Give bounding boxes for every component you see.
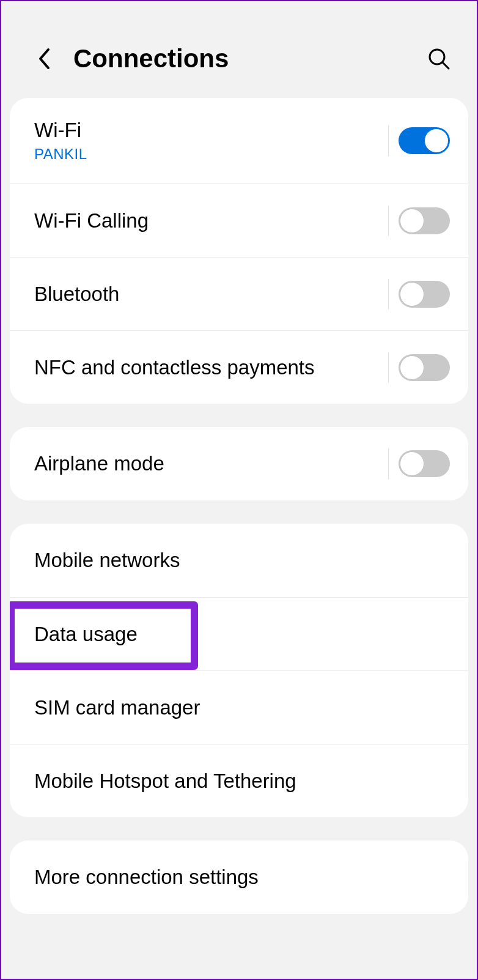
row-mobile-hotspot[interactable]: Mobile Hotspot and Tethering (10, 744, 468, 817)
row-subtitle: PANKIL (34, 146, 388, 163)
row-title: Mobile Hotspot and Tethering (34, 770, 450, 793)
row-wifi-calling[interactable]: Wi-Fi Calling (10, 184, 468, 257)
row-title: NFC and contactless payments (34, 356, 388, 379)
row-wifi[interactable]: Wi-Fi PANKIL (10, 98, 468, 184)
vertical-divider (388, 279, 389, 310)
row-title: Wi-Fi (34, 119, 388, 142)
settings-group: Wi-Fi PANKIL Wi-Fi Calling Bluetooth NFC… (10, 98, 468, 404)
row-bluetooth[interactable]: Bluetooth (10, 257, 468, 330)
search-button[interactable] (425, 45, 452, 72)
airplane-mode-toggle[interactable] (399, 450, 450, 477)
row-title: Bluetooth (34, 283, 388, 306)
row-airplane-mode[interactable]: Airplane mode (10, 427, 468, 500)
row-title: Mobile networks (34, 549, 450, 572)
row-sim-card-manager[interactable]: SIM card manager (10, 670, 468, 744)
row-more-connection-settings[interactable]: More connection settings (10, 841, 468, 914)
wifi-calling-toggle[interactable] (399, 207, 450, 234)
row-title: SIM card manager (34, 696, 450, 719)
search-icon (427, 46, 451, 71)
chevron-left-icon (37, 48, 51, 70)
header: Connections (1, 1, 477, 98)
back-button[interactable] (32, 46, 56, 71)
row-title: Data usage (34, 623, 450, 646)
bluetooth-toggle[interactable] (399, 281, 450, 308)
row-title: Airplane mode (34, 452, 388, 475)
wifi-toggle[interactable] (399, 127, 450, 154)
row-nfc[interactable]: NFC and contactless payments (10, 330, 468, 404)
svg-line-1 (443, 62, 449, 69)
vertical-divider (388, 125, 389, 156)
row-mobile-networks[interactable]: Mobile networks (10, 524, 468, 597)
row-title: More connection settings (34, 866, 450, 889)
vertical-divider (388, 352, 389, 383)
page-title: Connections (73, 44, 425, 73)
nfc-toggle[interactable] (399, 354, 450, 381)
row-data-usage[interactable]: Data usage (10, 597, 468, 670)
settings-group: Mobile networks Data usage SIM card mana… (10, 524, 468, 817)
settings-group: Airplane mode (10, 427, 468, 500)
vertical-divider (388, 448, 389, 479)
row-title: Wi-Fi Calling (34, 209, 388, 232)
settings-group: More connection settings (10, 841, 468, 914)
vertical-divider (388, 206, 389, 236)
